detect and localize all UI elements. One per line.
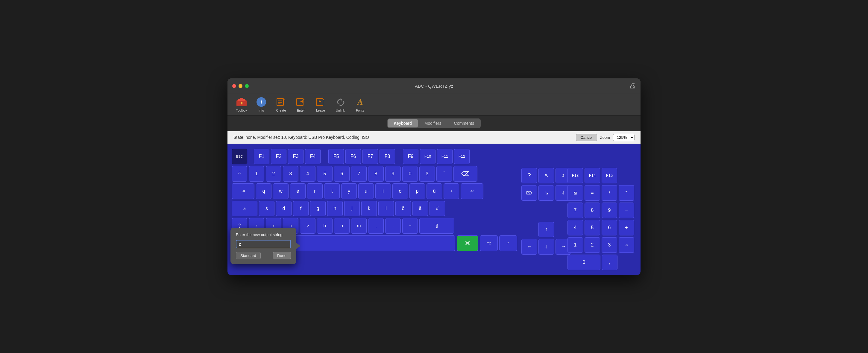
key-numpad-add[interactable]: +: [619, 220, 634, 235]
key-j[interactable]: j: [344, 201, 360, 216]
cancel-button[interactable]: Cancel: [576, 134, 597, 141]
toolbar-item-leave[interactable]: Leave: [311, 95, 330, 114]
key-5[interactable]: 5: [317, 166, 333, 182]
key-plus[interactable]: +: [443, 183, 459, 199]
key-h[interactable]: h: [327, 201, 343, 216]
key-0[interactable]: 0: [402, 166, 418, 182]
toolbar-item-info[interactable]: i Info: [252, 95, 271, 114]
key-f3[interactable]: F3: [288, 149, 304, 164]
toolbar-item-create[interactable]: Create: [272, 95, 290, 114]
key-2[interactable]: 2: [266, 166, 281, 182]
maximize-button[interactable]: [245, 84, 249, 88]
key-f8[interactable]: F8: [379, 149, 395, 164]
key-numpad-sub[interactable]: −: [619, 202, 634, 218]
key-numpad-3[interactable]: 3: [601, 237, 617, 253]
zoom-select[interactable]: 125% 100% 150% 75%: [613, 134, 634, 141]
key-v[interactable]: v: [300, 218, 315, 234]
key-f9[interactable]: F9: [403, 149, 418, 164]
dialog-standard-button[interactable]: Standard: [236, 252, 261, 259]
key-backspace[interactable]: ⌫: [454, 166, 477, 182]
dialog-input[interactable]: [236, 240, 291, 248]
key-f10[interactable]: F10: [420, 149, 435, 164]
key-s[interactable]: s: [259, 201, 275, 216]
key-b[interactable]: b: [317, 218, 333, 234]
toolbar-item-fonts[interactable]: A Fonts: [351, 95, 369, 114]
key-q[interactable]: q: [256, 183, 272, 199]
key-acute[interactable]: ´: [436, 166, 452, 182]
key-down[interactable]: ↓: [538, 239, 554, 255]
key-f6[interactable]: F6: [345, 149, 361, 164]
toolbar-item-unlink[interactable]: Unlink: [331, 95, 350, 114]
key-del[interactable]: ⌦: [521, 185, 537, 201]
key-7[interactable]: 7: [351, 166, 367, 182]
key-g[interactable]: g: [310, 201, 326, 216]
key-numpad-2[interactable]: 2: [585, 237, 600, 253]
key-l[interactable]: l: [378, 201, 394, 216]
key-ae[interactable]: ä: [412, 201, 428, 216]
key-numpad-0[interactable]: 0: [567, 255, 600, 270]
tab-modifiers[interactable]: Modifiers: [418, 119, 447, 127]
key-i[interactable]: i: [375, 183, 391, 199]
key-end[interactable]: ↘: [538, 185, 554, 201]
key-tab[interactable]: ⇥: [232, 183, 254, 199]
key-alt[interactable]: ⌥: [480, 235, 498, 251]
key-numpad-eq[interactable]: =: [585, 185, 600, 201]
key-f14[interactable]: F14: [585, 168, 600, 183]
key-t[interactable]: t: [324, 183, 340, 199]
key-f1[interactable]: F1: [254, 149, 269, 164]
key-f4[interactable]: F4: [305, 149, 320, 164]
key-y[interactable]: y: [341, 183, 357, 199]
key-period[interactable]: .: [385, 218, 401, 234]
key-w[interactable]: w: [273, 183, 288, 199]
key-numpad-5[interactable]: 5: [585, 220, 600, 235]
key-return[interactable]: ↵: [461, 183, 484, 199]
print-button[interactable]: 🖨: [629, 82, 636, 90]
key-minus[interactable]: −: [402, 218, 418, 234]
tab-comments[interactable]: Comments: [448, 119, 480, 127]
key-f7[interactable]: F7: [363, 149, 378, 164]
key-numpad-4[interactable]: 4: [567, 220, 583, 235]
key-u[interactable]: u: [358, 183, 374, 199]
key-3[interactable]: 3: [283, 166, 299, 182]
key-numpad-9[interactable]: 9: [601, 202, 617, 218]
key-numpad-div[interactable]: /: [601, 185, 617, 201]
key-cmd-right[interactable]: ⌘: [457, 235, 478, 251]
key-numpad-clear[interactable]: ⊠: [567, 185, 583, 201]
toolbar-item-enter[interactable]: Enter: [291, 95, 310, 114]
key-f11[interactable]: F11: [437, 149, 453, 164]
key-f5[interactable]: F5: [328, 149, 344, 164]
key-f[interactable]: f: [293, 201, 309, 216]
key-shift-right[interactable]: ⇧: [419, 218, 454, 234]
toolbar-item-toolbox[interactable]: Toolbox: [232, 95, 251, 114]
key-ctrl-right[interactable]: ^: [499, 235, 517, 251]
key-caret[interactable]: ^: [232, 166, 247, 182]
tab-keyboard[interactable]: Keyboard: [388, 119, 418, 127]
key-n[interactable]: n: [334, 218, 350, 234]
key-home[interactable]: ↖: [538, 168, 554, 183]
key-left[interactable]: ←: [521, 239, 537, 255]
key-o[interactable]: o: [393, 183, 408, 199]
key-numpad-8[interactable]: 8: [585, 202, 600, 218]
key-numpad-7[interactable]: 7: [567, 202, 583, 218]
close-button[interactable]: [232, 84, 236, 88]
key-6[interactable]: 6: [334, 166, 350, 182]
key-f2[interactable]: F2: [271, 149, 286, 164]
key-numpad-6[interactable]: 6: [601, 220, 617, 235]
key-numpad-enter[interactable]: ⇥: [619, 237, 634, 253]
key-numpad-decimal[interactable]: ,: [602, 255, 618, 270]
key-8[interactable]: 8: [368, 166, 384, 182]
key-caps[interactable]: a: [232, 201, 257, 216]
key-comma[interactable]: ,: [368, 218, 384, 234]
minimize-button[interactable]: [239, 84, 243, 88]
key-esc[interactable]: ESC: [232, 149, 247, 164]
key-d[interactable]: d: [276, 201, 291, 216]
key-1[interactable]: 1: [249, 166, 264, 182]
key-help[interactable]: ?: [521, 168, 537, 183]
key-oe[interactable]: ö: [395, 201, 411, 216]
key-9[interactable]: 9: [385, 166, 401, 182]
key-4[interactable]: 4: [300, 166, 315, 182]
key-f13[interactable]: F13: [567, 168, 583, 183]
key-f15[interactable]: F15: [601, 168, 617, 183]
key-ss[interactable]: ß: [419, 166, 435, 182]
key-hash[interactable]: #: [430, 201, 445, 216]
